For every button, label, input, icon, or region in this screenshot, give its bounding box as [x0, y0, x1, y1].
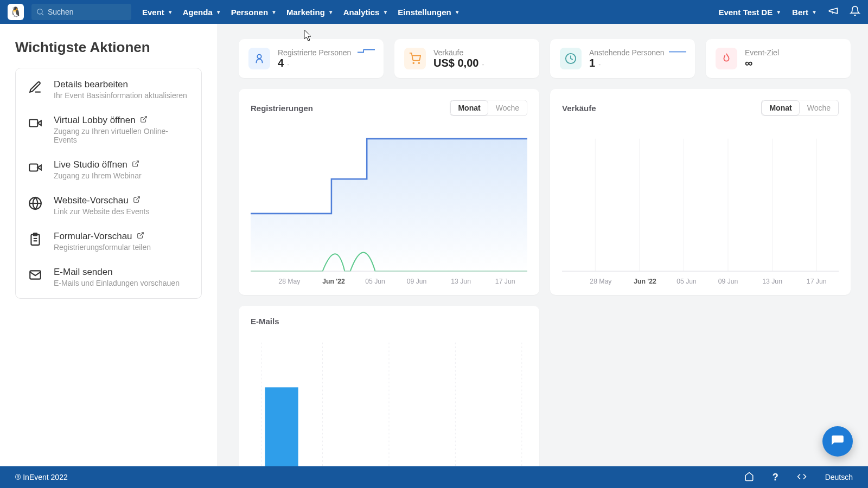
nav-item-marketing[interactable]: Marketing▼: [286, 8, 334, 17]
sidebar: Wichtigste Aktionen Details bearbeitenIh…: [0, 24, 217, 466]
actions-panel: Details bearbeitenIhr Event Basisinforma…: [15, 68, 202, 299]
top-nav: 🐧 Event▼ Agenda▼ Personen▼ Marketing▼ An…: [0, 0, 868, 24]
external-link-icon: [140, 115, 148, 126]
stat-value: 1: [589, 57, 595, 69]
svg-point-0: [37, 9, 42, 14]
action-title: Details bearbeiten: [54, 79, 128, 90]
chevron-down-icon: ▼: [382, 9, 388, 15]
action-studio[interactable]: Live Studio öffnenZugang zu Ihrem Webina…: [16, 152, 201, 188]
nav-item-analytics[interactable]: Analytics▼: [343, 8, 388, 17]
clock-icon: [560, 48, 582, 69]
bell-icon[interactable]: [850, 5, 860, 18]
chart-registrations: Registrierungen MonatWoche: [239, 89, 539, 295]
action-website[interactable]: Website-VorschauLink zur Website des Eve…: [16, 188, 201, 223]
svg-text:05 Jun: 05 Jun: [365, 278, 385, 285]
toggle-week[interactable]: Woche: [488, 100, 527, 115]
external-link-icon: [137, 231, 144, 242]
brand-logo[interactable]: 🐧: [8, 4, 24, 20]
nav-item-einstellungen[interactable]: Einstellungen▼: [398, 8, 459, 17]
chevron-down-icon: ▼: [328, 9, 334, 15]
toggle-month[interactable]: Monat: [762, 100, 799, 115]
toggle-week[interactable]: Woche: [800, 100, 838, 115]
clipboard-icon: [27, 231, 44, 246]
chat-launcher[interactable]: [822, 426, 853, 457]
svg-text:09 Jun: 09 Jun: [718, 278, 738, 285]
action-sub: Link zur Website des Events: [54, 207, 149, 216]
chart-sales: Verkäufe MonatWoche 28 May Jun '22: [550, 89, 851, 295]
svg-text:05 Jun: 05 Jun: [676, 278, 697, 285]
chevron-down-icon: ▼: [812, 9, 817, 15]
nav-label: Event: [142, 8, 164, 17]
svg-rect-46: [265, 387, 298, 466]
stat-value: 4: [278, 57, 284, 69]
svg-text:13 Jun: 13 Jun: [762, 278, 782, 285]
nav-label: Agenda: [183, 8, 213, 17]
svg-text:17 Jun: 17 Jun: [807, 278, 827, 285]
home-icon[interactable]: [744, 472, 754, 483]
svg-line-10: [136, 197, 139, 200]
chart-body: 28 May Jun '22 05 Jun 09 Jun 13 Jun 17 J…: [562, 121, 839, 288]
nav-label: Einstellungen: [398, 8, 451, 17]
action-title: Formular-Vorschau: [54, 231, 132, 242]
action-email[interactable]: E-Mail sendenE-Mails und Einladungen vor…: [16, 259, 201, 295]
chart-title: E-Mails: [251, 317, 279, 326]
action-lobby[interactable]: Virtual Lobby öffnenZugang zu Ihren virt…: [16, 107, 201, 152]
stat-value: US$ 0,00: [433, 57, 478, 69]
action-title: Website-Vorschau: [54, 195, 129, 206]
stat-label: Verkäufe: [433, 48, 484, 57]
svg-rect-5: [29, 164, 37, 171]
nav-label: Analytics: [343, 8, 380, 17]
event-switcher[interactable]: Event Test DE▼: [718, 8, 781, 17]
chevron-down-icon: ▼: [216, 9, 221, 15]
charts-row: Registrierungen MonatWoche: [239, 89, 851, 295]
stat-goal[interactable]: Event-Ziel∞: [706, 39, 851, 78]
action-form[interactable]: Formular-VorschauRegistrierungsformular …: [16, 223, 201, 259]
svg-point-18: [413, 62, 414, 63]
nav-item-event[interactable]: Event▼: [142, 8, 173, 17]
nav-links: Event▼ Agenda▼ Personen▼ Marketing▼ Anal…: [142, 8, 460, 17]
sparkline: [356, 46, 376, 50]
stat-value: ∞: [745, 57, 752, 69]
mail-icon: [27, 267, 44, 282]
stat-registered[interactable]: Registrierte Personen4-: [239, 39, 384, 78]
stat-sales[interactable]: VerkäufeUS$ 0,00-: [394, 39, 539, 78]
stat-pending[interactable]: Anstehende Personen1-: [550, 39, 695, 78]
search-input[interactable]: [31, 4, 131, 20]
action-sub: Zugang zu Ihren virtuellen Online-Events: [54, 127, 190, 144]
chart-title: Verkäufe: [562, 104, 596, 113]
chart-body: [251, 331, 527, 466]
video-icon: [27, 115, 44, 130]
action-sub: Registrierungsformular teilen: [54, 243, 151, 252]
main-content: Registrierte Personen4- VerkäufeUS$ 0,00…: [217, 24, 868, 466]
user-name: Bert: [792, 8, 808, 17]
action-sub: Ihr Event Basisinformation aktualisieren: [54, 91, 187, 100]
footer-copyright: ® InEvent 2022: [15, 473, 68, 481]
chart-body: 28 May Jun '22 05 Jun 09 Jun 13 Jun 17 J…: [251, 121, 527, 288]
toggle-month[interactable]: Monat: [450, 100, 488, 115]
stat-label: Registrierte Personen: [278, 48, 351, 57]
event-switcher-label: Event Test DE: [718, 8, 773, 17]
language-switch[interactable]: Deutsch: [825, 473, 853, 481]
svg-rect-2: [29, 120, 37, 127]
megaphone-icon[interactable]: [828, 5, 839, 18]
chart-title: Registrierungen: [251, 104, 313, 113]
svg-text:Jun '22: Jun '22: [322, 278, 345, 285]
help-icon[interactable]: ?: [773, 472, 778, 483]
time-toggle: MonatWoche: [450, 100, 527, 116]
nav-item-agenda[interactable]: Agenda▼: [183, 8, 221, 17]
svg-text:13 Jun: 13 Jun: [451, 278, 471, 285]
user-menu[interactable]: Bert▼: [792, 8, 817, 17]
pencil-icon: [27, 79, 44, 94]
action-details[interactable]: Details bearbeitenIhr Event Basisinforma…: [16, 72, 201, 107]
svg-line-1: [42, 14, 43, 15]
nav-item-personen[interactable]: Personen▼: [231, 8, 277, 17]
code-icon[interactable]: [797, 472, 807, 483]
action-sub: E-Mails und Einladungen vorschauen: [54, 279, 180, 287]
fire-icon: [716, 48, 737, 69]
sparkline: [668, 46, 687, 50]
stats-row: Registrierte Personen4- VerkäufeUS$ 0,00…: [239, 39, 851, 78]
action-title: Live Studio öffnen: [54, 159, 127, 170]
time-toggle: MonatWoche: [761, 100, 839, 116]
person-icon: [248, 48, 270, 69]
chevron-down-icon: ▼: [271, 9, 277, 15]
